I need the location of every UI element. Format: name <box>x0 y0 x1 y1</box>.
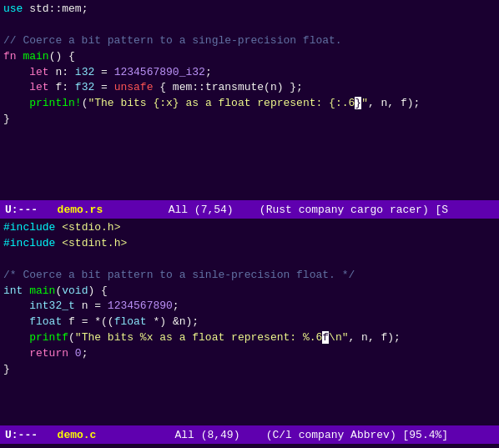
code-line-t3: // Coerce a bit pattern to a single-prec… <box>3 33 496 49</box>
top-mode: U:--- <box>5 204 38 216</box>
code-line-t10 <box>3 143 496 159</box>
code-line-b1: #include <stdio.h> <box>3 220 496 236</box>
code-line-t5: let n: i32 = 1234567890_i32; <box>3 65 496 81</box>
code-line-t2 <box>3 18 496 33</box>
code-line-t8: } <box>3 112 496 128</box>
editor-container: use std::mem; // Coerce a bit pattern to… <box>0 0 499 448</box>
bottom-mode: U:--- <box>5 429 38 441</box>
code-line-b11 <box>3 378 496 394</box>
top-status-bar: U:--- demo.rs All (7,54) (Rust company c… <box>0 200 499 219</box>
code-line-t12 <box>3 175 496 191</box>
code-line-t7: println!("The bits {:x} as a float repre… <box>3 96 496 112</box>
top-position: All (7,54) (Rust company cargo racer) [S <box>116 204 448 216</box>
code-line-t1: use std::mem; <box>3 2 496 18</box>
bottom-filename: demo.c <box>44 429 96 441</box>
code-line-b5: int main(void) { <box>3 284 496 300</box>
top-filename: demo.rs <box>44 204 103 216</box>
code-line-b6: int32_t n = 1234567890; <box>3 299 496 315</box>
code-line-b10: } <box>3 362 496 378</box>
bottom-status-bar: U:--- demo.c All (8,49) (C/l company Abb… <box>0 425 499 444</box>
code-line-t4: fn main() { <box>3 49 496 65</box>
code-line-b12 <box>3 394 496 410</box>
code-line-t9 <box>3 128 496 143</box>
code-line-b3 <box>3 252 496 268</box>
code-line-b2: #include <stdint.h> <box>3 236 496 252</box>
code-line-t6: let f: f32 = unsafe { mem::transmute(n) … <box>3 80 496 96</box>
code-line-b8: printf("The bits %x as a float represent… <box>3 330 496 346</box>
bottom-pane: #include <stdio.h> #include <stdint.h> /… <box>0 219 499 425</box>
code-line-b4: /* Coerce a bit pattern to a sinle-preci… <box>3 268 496 284</box>
code-line-t11 <box>3 159 496 175</box>
top-pane: use std::mem; // Coerce a bit pattern to… <box>0 0 499 200</box>
code-line-b7: float f = *((float *) &n); <box>3 315 496 330</box>
bottom-position: All (8,49) (C/l company Abbrev) [95.4%] <box>109 429 448 441</box>
code-line-b9: return 0; <box>3 346 496 362</box>
